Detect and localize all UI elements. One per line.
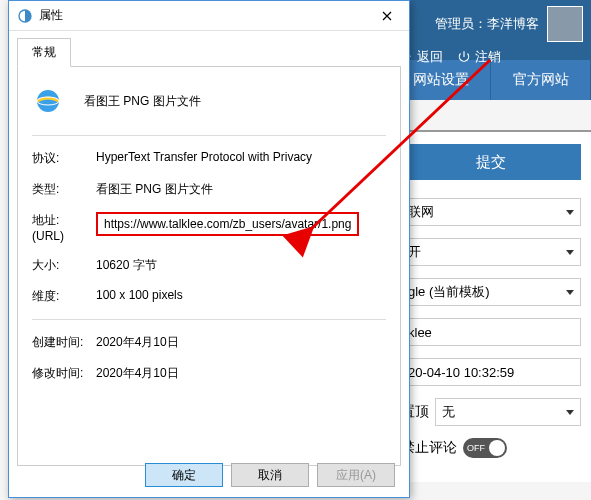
dim-value: 100 x 100 pixels: [96, 288, 386, 305]
size-value: 10620 字节: [96, 257, 386, 274]
url-label: 地址:(URL): [32, 212, 96, 243]
chevron-down-icon: [566, 210, 574, 215]
separator: [32, 319, 386, 320]
ie-icon: [32, 85, 64, 117]
protocol-label: 协议:: [32, 150, 96, 167]
admin-header: 管理员：李洋博客 返回 注销: [391, 0, 591, 60]
created-label: 创建时间:: [32, 334, 96, 351]
type-value: 看图王 PNG 图片文件: [96, 181, 386, 198]
avatar[interactable]: [547, 6, 583, 42]
file-name: 看图王 PNG 图片文件: [84, 93, 201, 110]
protocol-value: HyperText Transfer Protocol with Privacy: [96, 150, 386, 167]
admin-user-label: 管理员：李洋博客: [435, 15, 539, 33]
chevron-down-icon: [566, 250, 574, 255]
dialog-title: 属性: [39, 7, 373, 24]
ok-button[interactable]: 确定: [145, 463, 223, 487]
close-icon: [382, 11, 392, 21]
modified-value: 2020年4月10日: [96, 365, 386, 382]
field-template[interactable]: gle (当前模板): [401, 278, 581, 306]
chevron-down-icon: [566, 290, 574, 295]
dim-label: 维度:: [32, 288, 96, 305]
properties-dialog: 属性 常规 看图王 PNG 图片文件 协议: HyperText Transfe…: [8, 0, 410, 498]
cancel-button[interactable]: 取消: [231, 463, 309, 487]
chevron-down-icon: [566, 410, 574, 415]
comment-toggle[interactable]: OFF: [463, 438, 507, 458]
field-datetime[interactable]: 20-04-10 10:32:59: [401, 358, 581, 386]
tab-general[interactable]: 常规: [17, 38, 71, 67]
url-value: https://www.talklee.com/zb_users/avatar/…: [96, 212, 359, 236]
field-open[interactable]: 开: [401, 238, 581, 266]
field-klee[interactable]: klee: [401, 318, 581, 346]
separator: [32, 135, 386, 136]
admin-nav: 网站设置 官方网站: [391, 60, 591, 100]
modified-label: 修改时间:: [32, 365, 96, 382]
type-label: 类型:: [32, 181, 96, 198]
nav-official-site[interactable]: 官方网站: [491, 60, 591, 100]
apply-button[interactable]: 应用(A): [317, 463, 395, 487]
app-icon: [17, 8, 33, 24]
field-pin[interactable]: 无: [435, 398, 581, 426]
submit-button[interactable]: 提交: [401, 144, 581, 180]
size-label: 大小:: [32, 257, 96, 274]
field-network[interactable]: 联网: [401, 198, 581, 226]
close-button[interactable]: [373, 5, 401, 27]
created-value: 2020年4月10日: [96, 334, 386, 351]
